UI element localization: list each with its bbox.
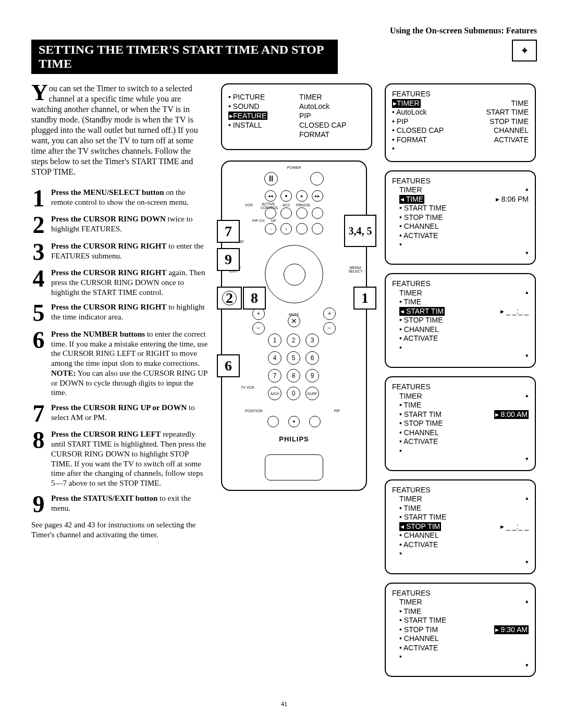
osd-title: FEATURES — [392, 486, 529, 495]
osd-row: • CHANNEL — [392, 531, 529, 540]
step-text: Press the CURSOR RING DOWN twice to high… — [51, 214, 209, 236]
power-button[interactable] — [310, 172, 324, 186]
cursor-ring[interactable] — [265, 245, 323, 303]
step-text: Press the CURSOR RING LEFT repeatedly un… — [51, 429, 209, 488]
rewind-button[interactable]: ◂◂ — [265, 190, 276, 202]
osd-row: • TIME — [392, 401, 529, 410]
forward-button[interactable]: ▸▸ — [312, 190, 323, 202]
number-1-button[interactable]: 1 — [268, 334, 282, 347]
pause-button[interactable]: ⏸ — [264, 172, 278, 186]
osd-row: • CHANNEL — [392, 325, 529, 335]
osd-row: ◂ STOP TIM▸ _ _:_ _ — [392, 522, 529, 532]
callout-2: 2 — [217, 287, 242, 310]
pip-label: PIP — [334, 409, 340, 413]
pipch-label: PIP CH — [252, 219, 264, 223]
number-3-button[interactable]: 3 — [305, 334, 319, 347]
callout-8: 8 — [243, 287, 266, 310]
step-text: Press the STATUS/EXIT button to exit the… — [51, 493, 209, 515]
mute-label: MUTE — [289, 313, 299, 316]
osd-row: • START TIM▸ 8:00 AM — [392, 410, 529, 419]
play-button[interactable]: ▸ — [296, 190, 308, 202]
main-menu-osd: • PICTURE • SOUND ▸FEATURE • INSTALL TIM… — [221, 83, 372, 150]
step-text: Press the CURSOR RING RIGHT again. Then … — [51, 268, 209, 297]
callout-345: 3,4, 5 — [344, 215, 376, 247]
number-2-button[interactable]: 2 — [287, 334, 300, 347]
brand-label: PHILIPS — [279, 435, 309, 443]
osd-row: • ACTIVATE — [392, 644, 529, 653]
osd-row: • ACTIVATE — [392, 334, 529, 343]
osd-row: • START TIME — [392, 616, 529, 625]
number-4-button[interactable]: 4 — [268, 351, 282, 365]
intro-paragraph: You can set the Timer to switch to a sel… — [31, 83, 209, 177]
step-number: 6 — [31, 329, 46, 398]
record-button[interactable]: ● — [280, 190, 292, 202]
step-text: Press the CURSOR RING RIGHT to enter the… — [51, 241, 209, 263]
volume-down-button[interactable]: − — [252, 322, 265, 335]
osd-row: • STOP TIME — [392, 213, 529, 223]
pipch-down-button[interactable]: − — [265, 223, 276, 235]
blank-button[interactable] — [296, 223, 308, 235]
number-6-button[interactable]: 6 — [305, 351, 319, 365]
star-spark-icon: ✦ — [512, 40, 537, 61]
menu-item: • INSTALL — [228, 121, 294, 129]
menu-item: FORMAT — [299, 130, 365, 139]
pip-button[interactable] — [309, 416, 321, 427]
osd-subtitle: TIMER▴ — [392, 598, 529, 607]
osd-timer-screen: FEATURESTIMER▴• TIME• START TIME◂ STOP T… — [385, 479, 536, 574]
drop-cap: Y — [31, 83, 49, 102]
up-label: UP — [271, 219, 276, 223]
number-0-button[interactable]: 0 — [287, 387, 300, 400]
step-text: Press the CURSOR RING RIGHT to highlight… — [51, 302, 209, 324]
osd-row: • STOP TIME — [392, 316, 529, 325]
footnote: See pages 42 and 43 for instructions on … — [31, 520, 209, 540]
active-control-button[interactable] — [280, 207, 292, 219]
osd-row: • — [392, 343, 529, 353]
osd-row: • — [392, 652, 529, 662]
position-button[interactable] — [267, 416, 279, 427]
acc-button[interactable] — [296, 207, 308, 219]
number-8-button[interactable]: 8 — [287, 369, 300, 382]
vcr-label: VCR — [245, 203, 253, 207]
osd-title: FEATURES — [392, 177, 529, 186]
step-text: Press the CURSOR RING UP or DOWN to sele… — [51, 403, 209, 424]
osd-row: • TIME — [392, 298, 529, 307]
page-header: Using the On-screen Submenus: Features — [31, 26, 537, 35]
position-label: POSITION — [245, 409, 262, 413]
osd-subtitle: TIMER▴ — [392, 392, 529, 401]
menu-item: • PICTURE — [228, 93, 294, 101]
freeze-button[interactable] — [312, 207, 323, 219]
pipch-up-button[interactable]: + — [280, 223, 292, 235]
note-label: NOTE: — [51, 369, 76, 377]
osd-row: • — [392, 240, 529, 250]
osd-row: • TIME — [392, 504, 529, 513]
blank-button[interactable] — [312, 223, 323, 235]
osd-row: • CHANNEL — [392, 222, 529, 231]
number-7-button[interactable]: 7 — [268, 369, 282, 382]
step-number: 4 — [31, 268, 46, 297]
pip-center-button[interactable]: ✦ — [288, 416, 300, 427]
number-9-button[interactable]: 9 — [305, 369, 319, 382]
osd-row: ◂ START TIM▸ _ _:_ _ — [392, 307, 529, 316]
ach-button[interactable]: A/CH — [268, 387, 282, 400]
freeze-label: FREEZE — [296, 203, 311, 207]
osd-timer-screen: FEATURESTIMER▴• TIME• START TIM▸ 8:00 AM… — [385, 376, 536, 471]
osd-row: • CHANNEL — [392, 428, 529, 438]
osd-row: • — [392, 447, 529, 456]
tvvcr-label: TV VCR — [241, 386, 254, 389]
mute-button[interactable]: ✕ — [288, 315, 300, 327]
channel-up-button[interactable]: + — [323, 307, 336, 320]
callout-9: 9 — [217, 248, 240, 271]
intro-text: ou can set the Timer to switch to a sele… — [31, 84, 198, 176]
channel-down-button[interactable]: − — [323, 322, 336, 335]
remote-control-diagram: POWER ⏸ ◂◂ ● ▸ ▸▸ VCR — [221, 161, 367, 491]
step-number: 5 — [31, 302, 46, 324]
menu-item: AutoLock — [299, 102, 365, 110]
menu-item: CLOSED CAP — [299, 121, 365, 129]
section-title: SETTING THE TIMER'S START TIME AND STOP … — [31, 40, 338, 74]
osd-timer-screen: FEATURESTIMER▴• TIME◂ START TIM▸ _ _:_ _… — [385, 273, 536, 368]
number-5-button[interactable]: 5 — [287, 351, 300, 365]
acc-label: ACC — [283, 203, 290, 207]
osd-row: • CHANNEL — [392, 634, 529, 644]
osd-row: • — [392, 549, 529, 559]
surf-button[interactable]: SURF — [305, 387, 319, 400]
